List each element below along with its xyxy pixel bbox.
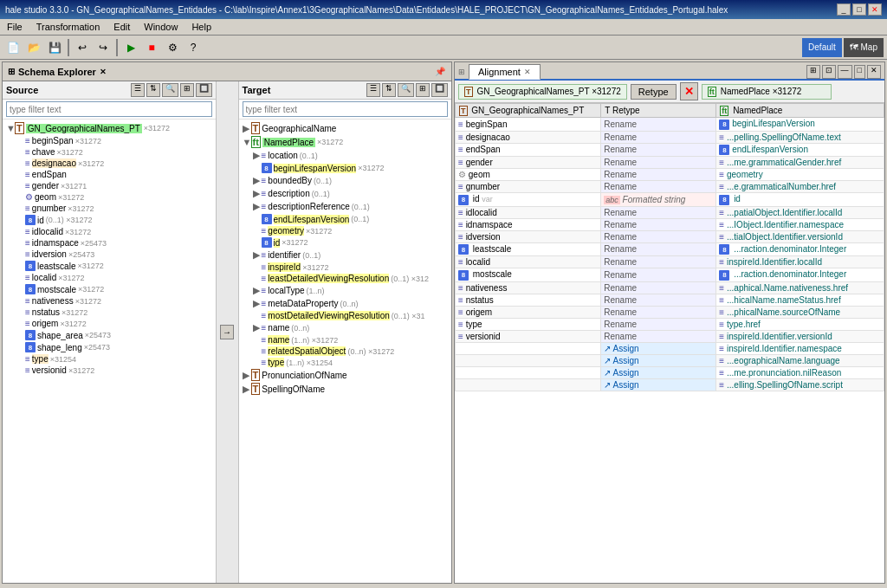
toolbar-help[interactable]: ? <box>184 38 203 57</box>
target-item-endlifespan[interactable]: 8 endLifespanVersion (0..1) <box>241 213 450 225</box>
retype-button[interactable]: Retype <box>631 84 677 100</box>
toggle-namedplace[interactable]: ▼ <box>243 137 251 147</box>
source-item-nativeness[interactable]: ≡ nativeness ×31272 <box>4 295 214 307</box>
close-button[interactable]: ✕ <box>868 3 882 16</box>
source-item-nstatus[interactable]: ≡ nstatus ×31272 <box>4 307 214 318</box>
target-item-geographicalname[interactable]: ▶ T GeographicalName <box>241 121 450 135</box>
target-btn3[interactable]: 🔍 <box>398 83 414 97</box>
source-item-beginspan[interactable]: ≡ beginSpan ×31272 <box>4 135 214 146</box>
fn-cell[interactable]: Rename <box>601 294 716 306</box>
source-item-origem[interactable]: ≡ origem ×31272 <box>4 318 214 329</box>
target-item-leastdetailed[interactable]: ≡ leastDetailedViewingResolution (0..1) … <box>241 273 450 284</box>
source-btn2[interactable]: ⇅ <box>146 83 160 97</box>
source-item-designacao[interactable]: ≡ designacao ×31272 <box>4 158 214 169</box>
source-item-idnamspace[interactable]: ≡ idnamspace ×25473 <box>4 237 214 249</box>
fn-cell[interactable]: ↗ Assign <box>601 378 716 391</box>
fn-cell[interactable]: abc Formatted string <box>601 193 716 207</box>
target-item-localtype[interactable]: ▶ ≡ localType (1..n) <box>241 284 450 297</box>
toolbar-new[interactable]: 📄 <box>3 38 23 57</box>
menu-file[interactable]: File <box>3 21 26 33</box>
target-item-name0n[interactable]: ▶ ≡ name (0..n) <box>241 321 450 334</box>
fn-cell[interactable]: ↗ Assign <box>601 354 716 366</box>
target-item-pronunciationofname[interactable]: ▶ T PronunciationOfName <box>241 368 450 382</box>
target-item-identifier[interactable]: ▶ ≡ identifier (0..1) <box>241 249 450 262</box>
target-item-beginlifespan[interactable]: 8 beginLifespanVersion ×31272 <box>241 162 450 174</box>
target-item-metadata[interactable]: ▶ ≡ metaDataProperty (0..n) <box>241 297 450 310</box>
alignment-tab-close[interactable]: ✕ <box>524 68 531 76</box>
transfer-button[interactable]: → <box>220 325 234 339</box>
schema-explorer-actions[interactable]: 📌 <box>434 66 446 78</box>
target-item-id[interactable]: 8 id ×31272 <box>241 236 450 249</box>
target-btn5[interactable]: 🔲 <box>431 83 448 97</box>
source-item-versionid[interactable]: ≡ versionid ×31272 <box>4 365 214 376</box>
menu-edit[interactable]: Edit <box>110 21 133 33</box>
toolbar-save[interactable]: 💾 <box>45 38 64 57</box>
target-btn2[interactable]: ⇅ <box>382 83 396 97</box>
schema-explorer-close[interactable]: ✕ <box>100 68 107 76</box>
target-item-location[interactable]: ▶ ≡ location (0..1) <box>241 149 450 162</box>
toggle-location[interactable]: ▶ <box>253 150 262 161</box>
fn-cell[interactable]: Rename <box>601 268 716 282</box>
maximize-button[interactable]: □ <box>852 3 866 16</box>
toggle-identifier[interactable]: ▶ <box>253 249 262 261</box>
toolbar-map-btn[interactable]: 🗺 Map <box>844 38 884 57</box>
alignment-ctrl1[interactable]: ⊞ <box>806 65 820 79</box>
fn-cell[interactable]: Rename <box>601 256 716 268</box>
fn-cell[interactable]: Rename <box>601 206 716 218</box>
source-item-localid[interactable]: ≡ localid ×31272 <box>4 272 214 283</box>
toolbar-default-btn[interactable]: Default <box>802 38 842 57</box>
target-item-geometry[interactable]: ≡ geometry ×31272 <box>241 225 450 236</box>
fn-cell[interactable]: Rename <box>601 281 716 294</box>
fn-cell[interactable]: Rename <box>601 242 716 256</box>
toggle-description[interactable]: ▶ <box>253 188 262 199</box>
source-item-idversion[interactable]: ≡ idversion ×25473 <box>4 249 214 260</box>
target-filter-input[interactable] <box>243 101 449 117</box>
source-filter-input[interactable] <box>6 101 212 117</box>
alignment-close[interactable]: ✕ <box>867 65 881 79</box>
source-btn5[interactable]: 🔲 <box>196 83 212 97</box>
alignment-maximize[interactable]: □ <box>854 65 865 79</box>
toggle-metadata[interactable]: ▶ <box>253 298 262 309</box>
toggle-geogname[interactable]: ▶ <box>243 123 251 134</box>
source-item-leastscale[interactable]: 8 leastscale ×31272 <box>4 260 214 272</box>
fn-cell[interactable]: ↗ Assign <box>601 342 716 354</box>
toolbar-undo[interactable]: ↩ <box>73 38 92 57</box>
fn-cell[interactable]: Rename <box>601 143 716 157</box>
source-btn1[interactable]: ☰ <box>131 83 145 97</box>
toggle-name0n[interactable]: ▶ <box>253 322 262 333</box>
fn-cell[interactable]: Rename <box>601 157 716 169</box>
alignment-tab[interactable]: Alignment ✕ <box>469 64 541 80</box>
source-item-chave[interactable]: ≡ chave ×31272 <box>4 146 214 158</box>
target-item-name1n[interactable]: ≡ name (1..n) ×31272 <box>241 334 450 346</box>
source-item-shape-leng[interactable]: 8 shape_leng ×25473 <box>4 341 214 353</box>
source-root-node[interactable]: ▼ T GN_GeographicalNames_PT ×31272 <box>4 121 214 135</box>
minimize-button[interactable]: _ <box>837 3 851 16</box>
toggle-localtype[interactable]: ▶ <box>253 285 262 296</box>
target-item-boundedby[interactable]: ▶ ≡ boundedBy (0..1) <box>241 174 450 187</box>
fn-cell[interactable]: Rename <box>601 118 716 132</box>
target-btn1[interactable]: ☰ <box>366 83 380 97</box>
source-item-endspan[interactable]: ≡ endSpan <box>4 169 214 180</box>
source-item-geom[interactable]: ⚙ geom ×31272 <box>4 191 214 203</box>
source-item-id[interactable]: 8 id (0..1) ×31272 <box>4 214 214 226</box>
toggle-descriptionref[interactable]: ▶ <box>253 201 262 212</box>
fn-cell[interactable]: Rename <box>601 181 716 193</box>
toggle-pronunciationofname[interactable]: ▶ <box>243 370 251 381</box>
target-item-relatedspatial[interactable]: ≡ relatedSpatialObject (0..n) ×31272 <box>241 346 450 357</box>
fn-cell[interactable]: Rename <box>601 230 716 242</box>
target-item-inspireid[interactable]: ≡ inspireId ×31272 <box>241 262 450 273</box>
toolbar-open[interactable]: 📂 <box>24 38 43 57</box>
toggle-boundedby[interactable]: ▶ <box>253 175 262 186</box>
source-item-gnumber[interactable]: ≡ gnumber ×31272 <box>4 203 214 214</box>
source-item-idlocalid[interactable]: ≡ idlocalid ×31272 <box>4 226 214 237</box>
menu-help[interactable]: Help <box>188 21 215 33</box>
source-root-toggle[interactable]: ▼ <box>6 123 15 133</box>
fn-cell[interactable]: Rename <box>601 169 716 181</box>
alignment-ctrl2[interactable]: ⊡ <box>822 65 836 79</box>
source-item-gender[interactable]: ≡ gender ×31271 <box>4 180 214 191</box>
source-btn3[interactable]: 🔍 <box>162 83 178 97</box>
delete-alignment-button[interactable]: ✕ <box>680 82 698 100</box>
fn-cell[interactable]: Rename <box>601 306 716 318</box>
toolbar-redo[interactable]: ↪ <box>94 38 113 57</box>
alignment-minimize[interactable]: — <box>838 65 852 79</box>
